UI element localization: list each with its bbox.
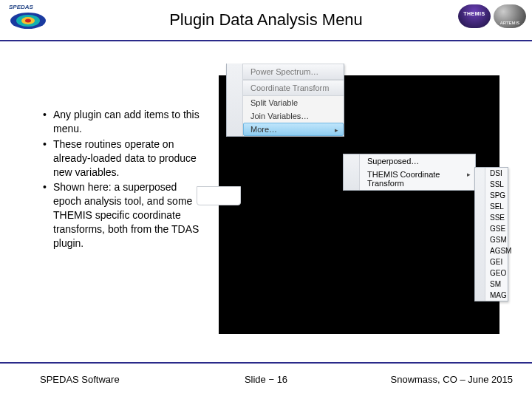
coord-option[interactable]: GEI (485, 256, 508, 267)
bullet-item: These routines operate on already-loaded… (43, 137, 205, 180)
menu-item-more[interactable]: More… ▸ (243, 123, 344, 136)
app-screenshot: Power Spectrum… Coordinate Transform Spl… (219, 75, 499, 334)
coord-option[interactable]: DSI (485, 168, 508, 179)
svg-text:SPEDAS: SPEDAS (9, 4, 34, 10)
chevron-right-icon: ▸ (335, 126, 338, 134)
menu-item-themis-coord-transform[interactable]: THEMIS Coordinate Transform ▸ (360, 168, 475, 190)
coord-option[interactable]: GSM (485, 234, 508, 245)
coord-option[interactable]: SPG (485, 190, 508, 201)
analysis-context-menu: Power Spectrum… Coordinate Transform Spl… (226, 64, 344, 137)
coord-option[interactable]: SM (485, 279, 508, 290)
slide-header: SPEDAS Plugin Data Analysis Menu (0, 0, 532, 41)
menu-item-superposed[interactable]: Superposed… (360, 154, 475, 168)
window-tab-bg (197, 186, 241, 205)
chevron-right-icon: ▸ (467, 171, 471, 178)
menu-item-split-variable[interactable]: Split Variable (243, 96, 344, 109)
coord-option[interactable]: SEL (485, 201, 508, 212)
coord-option[interactable]: GSE (485, 223, 508, 234)
more-submenu: Superposed… THEMIS Coordinate Transform … (343, 154, 476, 191)
bullet-item: Any plugin can add items to this menu. (43, 108, 205, 136)
coord-option[interactable]: GEO (485, 267, 508, 279)
menu-item-join-variables[interactable]: Join Variables… (243, 109, 344, 123)
themis-badge-icon (458, 4, 491, 28)
artemis-badge-icon (494, 4, 526, 28)
footer-right: Snowmass, CO – June 2015 (391, 374, 513, 385)
slide: SPEDAS Plugin Data Analysis Menu Any plu… (0, 0, 532, 399)
coord-option[interactable]: MAG (485, 290, 508, 301)
coord-option[interactable]: SSL (485, 179, 508, 190)
coord-option[interactable]: AGSM (485, 245, 508, 256)
menu-item-label: More… (250, 125, 277, 134)
page-title: Plugin Data Analysis Menu (0, 10, 532, 30)
menu-group-coord-transform[interactable]: Coordinate Transform (243, 80, 344, 96)
mission-badges (458, 4, 526, 28)
coord-option[interactable]: SSE (485, 212, 508, 223)
slide-footer: SPEDAS Software Slide − 16 Snowmass, CO … (0, 362, 532, 399)
coord-system-submenu: DSI SSL SPG SEL SSE GSE GSM AGSM GEI GEO… (474, 167, 508, 301)
menu-group-power-spectrum[interactable]: Power Spectrum… (243, 64, 344, 80)
slide-body: Any plugin can add items to this menu. T… (0, 41, 532, 355)
menu-item-label: THEMIS Coordinate Transform (367, 170, 440, 188)
bullet-list: Any plugin can add items to this menu. T… (43, 108, 205, 252)
bullet-item: Shown here: a superposed epoch analysis … (43, 180, 205, 250)
